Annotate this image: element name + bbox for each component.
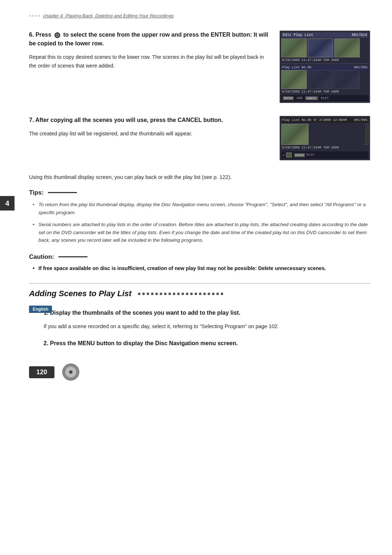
dot-9 (177, 293, 180, 295)
tips-heading: Tips: (29, 189, 370, 196)
caution-line-decoration (58, 256, 87, 257)
step-6-text: 6. Press to select the scene from the up… (29, 30, 279, 70)
step-7-number: 7. (29, 117, 34, 123)
dot-12 (190, 293, 193, 295)
screen2-header: Play List No.05 9/ 2/2000 12:08AM 001/00… (281, 118, 368, 123)
tip-item-2: Serial numbers are attached to play list… (33, 221, 370, 244)
play-icon (286, 152, 292, 158)
cancel-label: CANCEL (305, 96, 318, 100)
caution-text-1: If free space available on disc is insuf… (38, 265, 326, 271)
screen-upper-row (281, 38, 368, 57)
new-step-2-number: 2. (44, 340, 48, 346)
screen-info-text-1: 8/20/2000 11:47:34AM TOM 2000 (282, 58, 339, 62)
screen-capture-1: Edit Play List 001/014 8/20/2000 11:47:3… (279, 30, 370, 103)
chapter-number-box: 4 (0, 196, 15, 211)
new-step-2-heading: 2. Press the MENU button to display the … (44, 339, 370, 348)
new-step-2-section: 2. Press the MENU button to display the … (29, 339, 370, 348)
thumb-2 (308, 38, 333, 57)
playlist-header-text: Play List No.05 9/ 2/2000 12:08AM (282, 118, 347, 122)
exit-label: EXIT (321, 97, 329, 100)
page-number: 120 (29, 366, 54, 378)
tips-heading-text: Tips: (29, 189, 44, 196)
new-step-1-section: 1. Display the thumbnails of the scenes … (29, 309, 370, 331)
screen2-thumb (281, 124, 309, 145)
page-footer: 120 (29, 356, 370, 381)
step-6-heading: 6. Press to select the scene from the up… (29, 30, 269, 48)
dot-19 (221, 293, 223, 295)
tips-list: To return from the play list thumbnail d… (29, 201, 370, 244)
screen-info-2: 8/20/2000 11:47:34AM TOM 2000 (281, 90, 368, 94)
screen2-bottombar: ✦ ENTER PLAY (281, 151, 368, 159)
screen2-scrollbar (366, 124, 368, 145)
dot-4 (155, 293, 158, 295)
thumb-4 (281, 70, 307, 89)
playlist-label: Play List No.05 001/001 (281, 65, 368, 70)
step-6-number: 6. (29, 32, 34, 38)
thumb-5 (308, 70, 333, 89)
dot-13 (195, 293, 197, 295)
screen2-info-text: 8/20/2000 11:47:34AM TOM 2000 (282, 146, 339, 150)
add-label: ADD (297, 97, 302, 100)
dot-6 (164, 293, 167, 295)
step-6-section: 6. Press to select the scene from the up… (29, 30, 370, 103)
tips-line-decoration (48, 192, 77, 193)
thumb-6 (334, 70, 360, 89)
dot-2 (147, 293, 149, 295)
new-step-1-heading: 1. Display the thumbnails of the scenes … (44, 309, 370, 317)
step-7-heading: 7. After copying all the scenes you will… (29, 116, 269, 125)
tip-item-1: To return from the play list thumbnail d… (33, 201, 370, 216)
tip-text-1: To return from the play list thumbnail d… (38, 202, 366, 215)
screen-capture-2: Play List No.05 9/ 2/2000 12:08AM 001/00… (279, 116, 370, 160)
dot-8 (173, 293, 175, 295)
enter-label: ENTER (283, 96, 294, 100)
screen-divider (281, 64, 368, 64)
step-6-body: Repeat this to copy desired scenes to th… (29, 53, 269, 70)
caution-heading-text: Caution: (29, 253, 54, 261)
dot-10 (181, 293, 184, 295)
screen-bottombar-1: ENTER ADD CANCEL EXIT (281, 95, 368, 101)
dots-decoration: · · · · (29, 11, 40, 20)
playlist-text: Play List No.05 (282, 66, 311, 69)
chapter-title: chapter 4_Playing Back, Deleting and Edi… (43, 13, 174, 19)
caution-item-1: If free space available on disc is insuf… (33, 264, 370, 272)
svg-point-3 (70, 371, 72, 373)
using-text: Using this thumbnail display screen, you… (29, 173, 312, 182)
dot-0 (138, 293, 140, 295)
cd-icon (62, 363, 80, 381)
screen-info-text-2: 8/20/2000 11:47:34AM TOM 2000 (282, 90, 339, 94)
screen-titlebar-1: Edit Play List 001/014 (281, 32, 368, 38)
new-step-1-body: If you add a scene recorded on a specifi… (44, 322, 370, 331)
nav-icon: ✦ (283, 153, 285, 157)
screen2-main (281, 124, 368, 145)
thumb-1 (281, 38, 307, 57)
dot-11 (186, 293, 188, 295)
dot-3 (151, 293, 154, 295)
play-label: PLAY (306, 153, 314, 157)
button-icon (54, 32, 60, 38)
screen-info-1: 8/20/2000 11:47:34AM TOM 2000 (281, 58, 368, 62)
section-title-area: Adding Scenes to Play List (29, 283, 370, 298)
caution-heading: Caution: (29, 253, 370, 261)
dot-15 (203, 293, 206, 295)
screen-counter-1: 001/014 (352, 33, 367, 37)
dot-7 (168, 293, 171, 295)
screen-lower-row (281, 70, 368, 89)
dot-18 (216, 293, 219, 295)
new-steps-area: 1. Display the thumbnails of the scenes … (29, 309, 370, 348)
tips-section: Tips: To return from the play list thumb… (29, 189, 370, 244)
caution-section: Caution: If free space available on disc… (29, 253, 370, 272)
step-7-body: The created play list will be registered… (29, 130, 269, 138)
tip-text-2: Serial numbers are attached to play list… (38, 222, 368, 243)
page-container: 4 · · · · chapter 4_Playing Back, Deleti… (0, 0, 392, 555)
screen-title-1: Edit Play List (283, 33, 313, 37)
dot-1 (142, 293, 145, 295)
dot-5 (160, 293, 162, 295)
section-dots (135, 293, 370, 295)
section-title: Adding Scenes to Play List (29, 289, 131, 298)
thumb-3 (334, 38, 360, 57)
english-badge: English (29, 306, 52, 313)
enter-label-2: ENTER (294, 153, 305, 157)
caution-list: If free space available on disc is insuf… (29, 264, 370, 272)
chapter-header: · · · · chapter 4_Playing Back, Deleting… (29, 11, 370, 20)
step-7-text: 7. After copying all the scenes you will… (29, 116, 279, 138)
